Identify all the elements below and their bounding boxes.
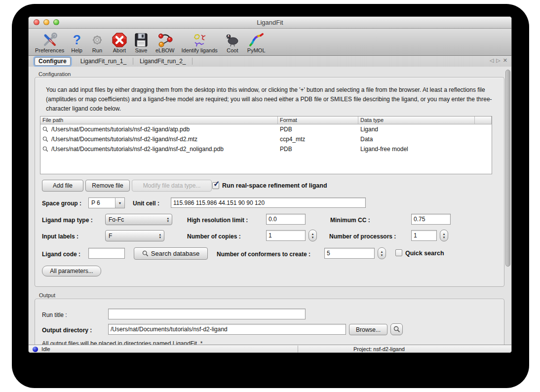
high-resolution-limit-field[interactable] (266, 214, 306, 225)
file-path-cell: /Users/nat/Documents/tutorials/nsf-d2-li… (40, 126, 278, 133)
tab-separator (192, 58, 193, 65)
pymol-button[interactable]: PyMOL (244, 30, 269, 55)
conformers-label: Number of conformers to create : (217, 251, 310, 258)
ligand-map-type-popup[interactable]: Fo-Fc (105, 214, 172, 225)
scrollbar-thumb[interactable] (505, 70, 510, 267)
preferences-icon (42, 31, 58, 47)
configure-panel: Configuration You can add input files by… (29, 67, 512, 345)
toolbar-label: Coot (227, 47, 238, 54)
toolbar-label: eLBOW (155, 47, 175, 54)
realspace-refinement-label: Run real-space refinement of ligand (222, 182, 327, 189)
open-directory-button[interactable] (390, 323, 403, 335)
minimum-cc-field[interactable] (411, 214, 451, 225)
column-header-file-path[interactable]: File path (40, 117, 278, 124)
close-button[interactable] (34, 19, 39, 25)
tab-ligandfit-run-1[interactable]: LigandFit_run_1_ (76, 57, 131, 66)
status-bar: Idle Project: nsf-d2-ligand (29, 345, 512, 353)
conformers-stepper[interactable] (378, 247, 386, 259)
save-button[interactable]: Save (130, 30, 152, 55)
search-database-button[interactable]: Search database (134, 247, 208, 260)
all-parameters-button[interactable]: All parameters... (42, 266, 101, 276)
search-database-label: Search database (151, 250, 199, 257)
file-preview-icon (42, 126, 48, 132)
status-text: Idle (41, 346, 50, 352)
data-type-cell: Ligand (358, 126, 475, 133)
traffic-lights (34, 19, 59, 25)
output-group-label: Output (39, 292, 55, 298)
tab-nav (490, 57, 507, 64)
column-header-blank (475, 117, 492, 124)
format-cell: PDB (278, 126, 358, 133)
minimize-button[interactable] (43, 19, 49, 25)
space-group-combo[interactable]: P 6 (88, 197, 125, 208)
run-title-field[interactable] (108, 309, 306, 319)
abort-button[interactable]: Abort (109, 30, 130, 55)
run-title-label: Run title : (42, 312, 67, 318)
tab-close-icon[interactable] (503, 57, 507, 64)
remove-file-button[interactable]: Remove file (85, 180, 130, 192)
chevron-down-icon[interactable] (115, 198, 124, 208)
ligand-code-label: Ligand code : (42, 251, 80, 258)
modify-file-data-type-button[interactable]: Modify file data type... (132, 180, 212, 192)
coot-icon (225, 31, 240, 47)
number-of-copies-field[interactable] (266, 230, 306, 241)
format-cell: ccp4_mtz (278, 136, 358, 143)
input-labels-popup[interactable]: F (105, 230, 164, 241)
realspace-refinement-checkbox[interactable] (212, 182, 219, 189)
space-group-label: Space group : (42, 200, 81, 207)
help-button[interactable]: ? Help (68, 30, 86, 55)
number-of-processors-field[interactable] (411, 230, 437, 241)
column-header-format[interactable]: Format (278, 117, 358, 124)
column-header-data-type[interactable]: Data type (358, 117, 475, 124)
ligand-map-type-label: Ligand map type : (42, 217, 93, 224)
number-of-processors-label: Number of processors : (329, 233, 396, 240)
output-note: All output files will be placed in direc… (42, 340, 203, 345)
vertical-scrollbar[interactable] (505, 67, 511, 345)
coot-button[interactable]: Coot (221, 30, 244, 55)
file-table-header: File path Format Data type (40, 117, 492, 124)
quick-search-label: Quick search (405, 250, 444, 257)
popup-arrows-icon (159, 233, 161, 239)
tab-configure[interactable]: Configure (35, 57, 71, 66)
ligand-code-field[interactable] (88, 248, 125, 259)
search-icon (142, 250, 149, 257)
add-file-button[interactable]: Add file (42, 180, 83, 192)
file-table[interactable]: File path Format Data type /Users/nat/Do… (40, 116, 492, 174)
tab-scroll-right-icon[interactable] (496, 57, 500, 64)
toolbar: Preferences ? Help Run (29, 29, 511, 56)
identify-ligands-icon (191, 31, 208, 47)
quick-search-checkbox[interactable] (395, 249, 402, 256)
minimum-cc-label: Minimum CC : (330, 217, 370, 224)
tab-scroll-left-icon[interactable] (490, 57, 494, 64)
tab-ligandfit-run-2[interactable]: LigandFit_run_2_ (135, 57, 191, 66)
file-path-cell: /Users/nat/Documents/tutorials/nsf-d2-li… (40, 136, 278, 143)
identify-ligands-button[interactable]: Identify ligands (178, 30, 221, 55)
table-row[interactable]: /Users/nat/Documents/tutorials/nsf-d2-li… (40, 144, 492, 154)
copies-stepper[interactable] (309, 230, 317, 241)
unit-cell-label: Unit cell : (133, 200, 159, 207)
table-row[interactable]: /Users/nat/Documents/tutorials/nsf-d2-li… (40, 134, 492, 144)
popup-arrows-icon (167, 217, 169, 223)
project-label: Project: nsf-d2-ligand (353, 346, 405, 352)
table-row[interactable]: /Users/nat/Documents/tutorials/nsf-d2-li… (40, 124, 492, 134)
preferences-button[interactable]: Preferences (32, 30, 68, 55)
ligandfit-window: LigandFit Preferences ? Help (28, 16, 512, 353)
file-path: /Users/nat/Documents/tutorials/nsf-d2-li… (51, 126, 190, 133)
run-button[interactable]: Run (86, 30, 109, 55)
space-group-value: P 6 (89, 199, 115, 207)
output-directory-field[interactable] (108, 324, 346, 335)
data-type-cell: Data (358, 136, 475, 143)
toolbar-label: Save (135, 47, 147, 54)
processors-stepper[interactable] (440, 230, 448, 241)
magnifier-icon (393, 326, 400, 333)
conformers-field[interactable] (324, 248, 375, 259)
title-bar: LigandFit (29, 17, 511, 29)
unit-cell-field[interactable] (171, 197, 366, 208)
zoom-button[interactable] (53, 19, 59, 25)
file-preview-icon (42, 146, 48, 152)
toolbar-label: PyMOL (247, 47, 266, 54)
elbow-button[interactable]: eLBOW (152, 30, 178, 55)
configuration-group-label: Configuration (39, 71, 71, 77)
status-separator (298, 346, 298, 353)
browse-button[interactable]: Browse... (349, 324, 387, 335)
